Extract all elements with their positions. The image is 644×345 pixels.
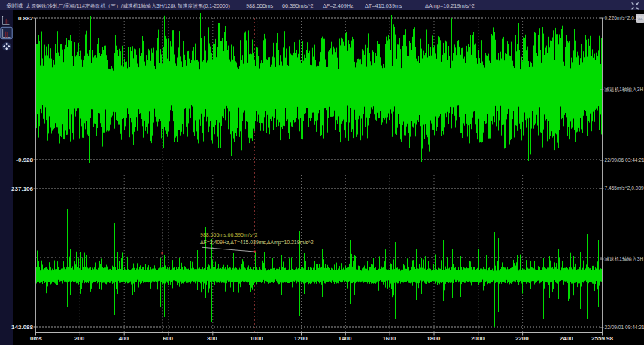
svg-text:2559.98: 2559.98 — [591, 335, 613, 342]
svg-text:200: 200 — [74, 335, 85, 342]
svg-text:0.882: 0.882 — [18, 15, 34, 22]
svg-text:0ms: 0ms — [30, 335, 43, 342]
svg-text:1600: 1600 — [382, 335, 396, 342]
svg-text:2400: 2400 — [560, 335, 573, 342]
svg-text:2200: 2200 — [515, 335, 529, 342]
svg-text:1400: 1400 — [339, 335, 352, 342]
svg-text:1200: 1200 — [294, 335, 308, 342]
svg-text:600: 600 — [163, 335, 174, 342]
svg-text:22/09/06 03:44:21: 22/09/06 03:44:21 — [605, 157, 644, 163]
svg-text:988.555ms,66.395m/s^2: 988.555ms,66.395m/s^2 — [200, 232, 258, 237]
svg-text:-142.088: -142.088 — [9, 324, 33, 331]
svg-text:237.106: 237.106 — [11, 185, 33, 192]
svg-text:800: 800 — [207, 335, 217, 342]
svg-text:400: 400 — [119, 335, 129, 342]
svg-text:减速机1轴输入3H: 减速机1轴输入3H — [604, 87, 644, 93]
svg-text:2000: 2000 — [471, 335, 485, 342]
svg-text:1000: 1000 — [250, 335, 263, 342]
svg-text:22/09/01 09:44:21: 22/09/01 09:44:21 — [605, 325, 644, 330]
svg-text:7.455m/s^2,0.0891: 7.455m/s^2,0.0891 — [605, 185, 644, 191]
svg-text:-0.928: -0.928 — [16, 157, 33, 163]
svg-text:ΔF=2.409Hz,ΔT=415.039ms,ΔAmp=1: ΔF=2.409Hz,ΔT=415.039ms,ΔAmp=10.219m/s^2 — [200, 240, 314, 246]
svg-text:减速机1轴输入3H: 减速机1轴输入3H — [604, 256, 644, 262]
svg-text:1800: 1800 — [427, 335, 440, 342]
